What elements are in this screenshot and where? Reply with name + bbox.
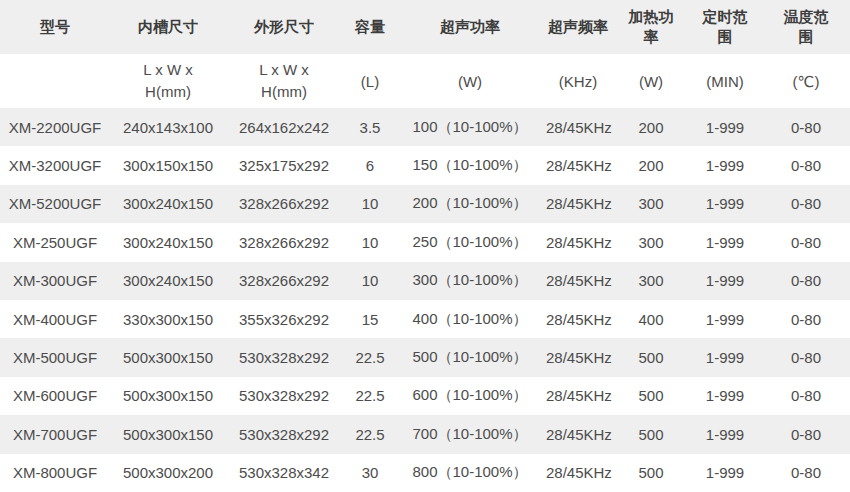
cell-capacity: 6 [342,146,398,184]
cell-capacity: 10 [342,223,398,261]
cell-timer-range: 1-999 [688,262,762,300]
col-header-ultrasonic-power: 超声功率 [398,0,542,54]
col-unit-label: (L) [361,73,379,90]
cell-ultrasonic-power: 800（10-100%） [398,454,542,492]
col-header-label: 定时范围 [700,7,751,48]
cell-outer-size: 355x326x292 [226,300,342,338]
cell-heating-power: 300 [614,262,688,300]
cell-inner-tank-size: 500x300x150 [110,415,226,453]
cell-ultrasonic-power: 300（10-100%） [398,262,542,300]
cell-model: XM-500UGF [0,338,110,376]
cell-model: XM-3200UGF [0,146,110,184]
col-header-label: 容量 [355,18,385,35]
cell-inner-tank-size: 500x300x150 [110,338,226,376]
cell-outer-size: 325x175x292 [226,146,342,184]
cell-temp-range: 0-80 [762,108,850,146]
table-row: XM-2200UGF240x143x100264x162x2423.5100（1… [0,108,850,146]
cell-ultrasonic-power: 100（10-100%） [398,108,542,146]
table-row: XM-400UGF330x300x150355x326x29215400（10-… [0,300,850,338]
col-header-label: 型号 [40,18,70,35]
col-unit-model [0,54,110,108]
col-header-model: 型号 [0,0,110,54]
cell-ultrasonic-frequency: 28/45KHz [542,108,614,146]
table-row: XM-3200UGF300x150x150325x175x2926150（10-… [0,146,850,184]
cell-inner-tank-size: 300x240x150 [110,185,226,223]
cell-ultrasonic-power: 150（10-100%） [398,146,542,184]
cell-heating-power: 500 [614,377,688,415]
col-unit-label: (℃) [793,73,820,90]
cell-ultrasonic-power: 500（10-100%） [398,338,542,376]
cell-outer-size: 328x266x292 [226,223,342,261]
cell-capacity: 30 [342,454,398,492]
cell-timer-range: 1-999 [688,146,762,184]
cell-inner-tank-size: 500x300x200 [110,454,226,492]
cell-outer-size: 264x162x242 [226,108,342,146]
cell-timer-range: 1-999 [688,377,762,415]
col-unit-label: (W) [458,73,482,90]
col-unit-ultrasonic-power: (W) [398,54,542,108]
col-unit-label: (W) [639,73,663,90]
cell-ultrasonic-frequency: 28/45KHz [542,146,614,184]
table-row: XM-250UGF300x240x150328x266x29210250（10-… [0,223,850,261]
col-header-label: 超声频率 [548,18,608,35]
col-header-inner-tank-size: 内槽尺寸 [110,0,226,54]
col-header-label: 加热功率 [626,7,677,48]
col-header-label: 内槽尺寸 [138,18,198,35]
cell-ultrasonic-frequency: 28/45KHz [542,415,614,453]
col-unit-ultrasonic-frequency: (KHz) [542,54,614,108]
cell-model: XM-2200UGF [0,108,110,146]
cell-outer-size: 530x328x292 [226,415,342,453]
col-unit-capacity: (L) [342,54,398,108]
cell-ultrasonic-frequency: 28/45KHz [542,454,614,492]
cell-capacity: 15 [342,300,398,338]
spec-page: 型号 内槽尺寸 外形尺寸 容量 超声功率 超声频率 加热功率 定时范围 温度范围… [0,0,850,492]
cell-ultrasonic-frequency: 28/45KHz [542,223,614,261]
cell-timer-range: 1-999 [688,300,762,338]
cell-heating-power: 300 [614,185,688,223]
cell-outer-size: 328x266x292 [226,185,342,223]
cell-ultrasonic-power: 250（10-100%） [398,223,542,261]
cell-model: XM-700UGF [0,415,110,453]
table-row: XM-700UGF500x300x150530x328x29222.5700（1… [0,415,850,453]
cell-temp-range: 0-80 [762,223,850,261]
cell-heating-power: 500 [614,454,688,492]
table-row: XM-300UGF300x240x150328x266x29210300（10-… [0,262,850,300]
col-header-ultrasonic-frequency: 超声频率 [542,0,614,54]
col-unit-inner-tank-size: L x W x H(mm) [110,54,226,108]
cell-outer-size: 530x328x292 [226,338,342,376]
table-row: XM-500UGF500x300x150530x328x29222.5500（1… [0,338,850,376]
col-header-heating-power: 加热功率 [614,0,688,54]
cell-outer-size: 530x328x342 [226,454,342,492]
cell-ultrasonic-power: 200（10-100%） [398,185,542,223]
table-row: XM-600UGF500x300x150530x328x29222.5600（1… [0,377,850,415]
cell-outer-size: 328x266x292 [226,262,342,300]
cell-capacity: 22.5 [342,415,398,453]
cell-heating-power: 200 [614,108,688,146]
cell-timer-range: 1-999 [688,415,762,453]
cell-outer-size: 530x328x292 [226,377,342,415]
cell-model: XM-300UGF [0,262,110,300]
cell-timer-range: 1-999 [688,108,762,146]
cell-heating-power: 500 [614,415,688,453]
col-header-label: 超声功率 [440,18,500,35]
table-header: 型号 内槽尺寸 外形尺寸 容量 超声功率 超声频率 加热功率 定时范围 温度范围… [0,0,850,108]
cell-timer-range: 1-999 [688,185,762,223]
cell-ultrasonic-power: 700（10-100%） [398,415,542,453]
col-unit-label: L x W x H(mm) [129,59,207,103]
cell-model: XM-800UGF [0,454,110,492]
cell-ultrasonic-power: 400（10-100%） [398,300,542,338]
cell-timer-range: 1-999 [688,338,762,376]
cell-heating-power: 200 [614,146,688,184]
col-unit-timer-range: (MIN) [688,54,762,108]
col-header-temp-range: 温度范围 [762,0,850,54]
col-header-label: 温度范围 [781,7,832,48]
cell-temp-range: 0-80 [762,146,850,184]
header-row-units: L x W x H(mm) L x W x H(mm) (L) (W) (KHz… [0,54,850,108]
cell-inner-tank-size: 330x300x150 [110,300,226,338]
cell-temp-range: 0-80 [762,262,850,300]
header-row-labels: 型号 内槽尺寸 外形尺寸 容量 超声功率 超声频率 加热功率 定时范围 温度范围 [0,0,850,54]
cell-capacity: 10 [342,262,398,300]
cell-temp-range: 0-80 [762,415,850,453]
cell-capacity: 10 [342,185,398,223]
cell-temp-range: 0-80 [762,338,850,376]
